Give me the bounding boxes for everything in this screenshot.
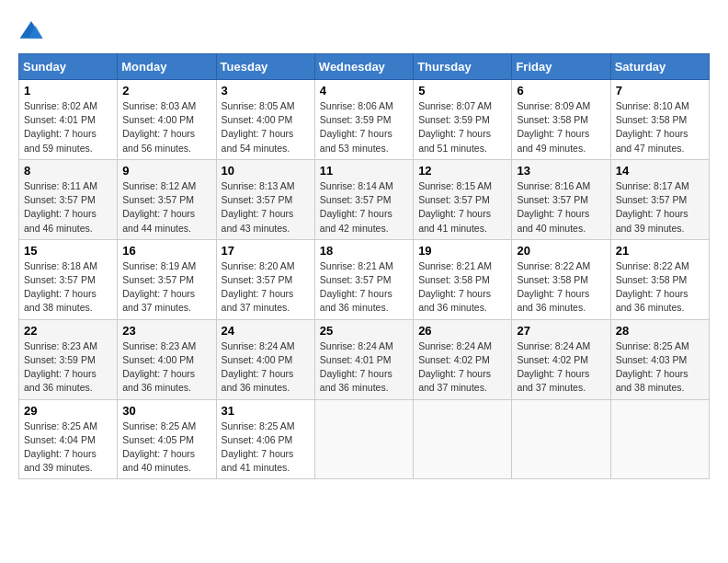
calendar-cell: 26 Sunrise: 8:24 AMSunset: 4:02 PMDaylig…	[414, 319, 512, 399]
calendar-cell: 31 Sunrise: 8:25 AMSunset: 4:06 PMDaylig…	[216, 399, 314, 479]
day-header: Saturday	[610, 54, 709, 80]
day-info: Sunrise: 8:10 AMSunset: 3:58 PMDaylight:…	[616, 100, 689, 154]
day-info: Sunrise: 8:19 AMSunset: 3:57 PMDaylight:…	[122, 260, 196, 314]
calendar-cell: 25 Sunrise: 8:24 AMSunset: 4:01 PMDaylig…	[314, 319, 413, 399]
day-number: 8	[24, 164, 112, 178]
day-info: Sunrise: 8:16 AMSunset: 3:57 PMDaylight:…	[517, 180, 590, 234]
day-number: 11	[320, 164, 408, 178]
day-info: Sunrise: 8:21 AMSunset: 3:58 PMDaylight:…	[418, 260, 492, 314]
calendar-cell: 14 Sunrise: 8:17 AMSunset: 3:57 PMDaylig…	[610, 159, 709, 239]
day-number: 5	[418, 84, 506, 98]
day-info: Sunrise: 8:07 AMSunset: 3:59 PMDaylight:…	[418, 100, 492, 154]
calendar-cell: 5 Sunrise: 8:07 AMSunset: 3:59 PMDayligh…	[414, 80, 512, 160]
day-number: 28	[616, 324, 704, 338]
day-number: 10	[222, 164, 310, 178]
calendar-cell: 23 Sunrise: 8:23 AMSunset: 4:00 PMDaylig…	[118, 319, 216, 399]
day-number: 17	[222, 244, 310, 258]
calendar-cell: 1 Sunrise: 8:02 AMSunset: 4:01 PMDayligh…	[19, 80, 118, 160]
day-info: Sunrise: 8:23 AMSunset: 4:00 PMDaylight:…	[122, 340, 196, 394]
day-info: Sunrise: 8:06 AMSunset: 3:59 PMDaylight:…	[320, 100, 393, 154]
calendar-cell: 21 Sunrise: 8:22 AMSunset: 3:58 PMDaylig…	[610, 239, 709, 319]
day-info: Sunrise: 8:25 AMSunset: 4:05 PMDaylight:…	[122, 420, 196, 474]
day-info: Sunrise: 8:20 AMSunset: 3:57 PMDaylight:…	[222, 260, 295, 314]
day-header: Tuesday	[216, 54, 314, 80]
day-info: Sunrise: 8:05 AMSunset: 4:00 PMDaylight:…	[222, 100, 295, 154]
calendar-cell: 24 Sunrise: 8:24 AMSunset: 4:00 PMDaylig…	[216, 319, 314, 399]
day-info: Sunrise: 8:24 AMSunset: 4:02 PMDaylight:…	[517, 340, 590, 394]
day-number: 26	[418, 324, 506, 338]
day-info: Sunrise: 8:12 AMSunset: 3:57 PMDaylight:…	[122, 180, 196, 234]
day-number: 18	[320, 244, 408, 258]
day-info: Sunrise: 8:15 AMSunset: 3:57 PMDaylight:…	[418, 180, 492, 234]
day-info: Sunrise: 8:22 AMSunset: 3:58 PMDaylight:…	[616, 260, 689, 314]
logo-icon	[18, 18, 44, 44]
day-number: 7	[616, 84, 704, 98]
calendar-cell: 9 Sunrise: 8:12 AMSunset: 3:57 PMDayligh…	[118, 159, 216, 239]
calendar-cell: 22 Sunrise: 8:23 AMSunset: 3:59 PMDaylig…	[19, 319, 118, 399]
calendar-cell: 13 Sunrise: 8:16 AMSunset: 3:57 PMDaylig…	[512, 159, 610, 239]
calendar-cell: 19 Sunrise: 8:21 AMSunset: 3:58 PMDaylig…	[414, 239, 512, 319]
day-number: 25	[320, 324, 408, 338]
day-info: Sunrise: 8:21 AMSunset: 3:57 PMDaylight:…	[320, 260, 393, 314]
calendar-cell: 15 Sunrise: 8:18 AMSunset: 3:57 PMDaylig…	[19, 239, 118, 319]
day-number: 30	[122, 404, 210, 418]
day-number: 15	[24, 244, 112, 258]
day-number: 21	[616, 244, 704, 258]
day-info: Sunrise: 8:13 AMSunset: 3:57 PMDaylight:…	[222, 180, 295, 234]
day-info: Sunrise: 8:17 AMSunset: 3:57 PMDaylight:…	[616, 180, 689, 234]
calendar-cell: 8 Sunrise: 8:11 AMSunset: 3:57 PMDayligh…	[19, 159, 118, 239]
day-number: 12	[418, 164, 506, 178]
calendar-cell	[512, 399, 610, 479]
day-info: Sunrise: 8:09 AMSunset: 3:58 PMDaylight:…	[517, 100, 590, 154]
day-header: Monday	[118, 54, 216, 80]
day-number: 2	[122, 84, 210, 98]
calendar-cell: 6 Sunrise: 8:09 AMSunset: 3:58 PMDayligh…	[512, 80, 610, 160]
day-number: 31	[222, 404, 310, 418]
day-header: Thursday	[414, 54, 512, 80]
calendar-cell	[314, 399, 413, 479]
calendar-cell	[610, 399, 709, 479]
day-info: Sunrise: 8:25 AMSunset: 4:04 PMDaylight:…	[24, 420, 97, 474]
day-number: 23	[122, 324, 210, 338]
day-number: 13	[517, 164, 605, 178]
calendar-cell: 4 Sunrise: 8:06 AMSunset: 3:59 PMDayligh…	[314, 80, 413, 160]
day-number: 6	[517, 84, 605, 98]
day-number: 27	[517, 324, 605, 338]
day-info: Sunrise: 8:25 AMSunset: 4:06 PMDaylight:…	[222, 420, 295, 474]
calendar-cell	[414, 399, 512, 479]
day-header: Friday	[512, 54, 610, 80]
day-number: 9	[122, 164, 210, 178]
day-number: 20	[517, 244, 605, 258]
day-number: 14	[616, 164, 704, 178]
calendar-cell: 7 Sunrise: 8:10 AMSunset: 3:58 PMDayligh…	[610, 80, 709, 160]
day-number: 22	[24, 324, 112, 338]
calendar-cell: 3 Sunrise: 8:05 AMSunset: 4:00 PMDayligh…	[216, 80, 314, 160]
day-number: 29	[24, 404, 112, 418]
day-number: 1	[24, 84, 112, 98]
calendar-cell: 2 Sunrise: 8:03 AMSunset: 4:00 PMDayligh…	[118, 80, 216, 160]
day-number: 24	[222, 324, 310, 338]
logo	[18, 18, 48, 44]
day-header: Sunday	[19, 54, 118, 80]
calendar-cell: 27 Sunrise: 8:24 AMSunset: 4:02 PMDaylig…	[512, 319, 610, 399]
calendar-cell: 17 Sunrise: 8:20 AMSunset: 3:57 PMDaylig…	[216, 239, 314, 319]
day-info: Sunrise: 8:02 AMSunset: 4:01 PMDaylight:…	[24, 100, 97, 154]
day-info: Sunrise: 8:24 AMSunset: 4:01 PMDaylight:…	[320, 340, 393, 394]
day-info: Sunrise: 8:14 AMSunset: 3:57 PMDaylight:…	[320, 180, 393, 234]
calendar-cell: 10 Sunrise: 8:13 AMSunset: 3:57 PMDaylig…	[216, 159, 314, 239]
calendar-cell: 29 Sunrise: 8:25 AMSunset: 4:04 PMDaylig…	[19, 399, 118, 479]
day-number: 19	[418, 244, 506, 258]
day-info: Sunrise: 8:25 AMSunset: 4:03 PMDaylight:…	[616, 340, 689, 394]
day-info: Sunrise: 8:22 AMSunset: 3:58 PMDaylight:…	[517, 260, 590, 314]
day-header: Wednesday	[314, 54, 413, 80]
calendar-cell: 30 Sunrise: 8:25 AMSunset: 4:05 PMDaylig…	[118, 399, 216, 479]
calendar-table: SundayMondayTuesdayWednesdayThursdayFrid…	[18, 53, 710, 479]
day-info: Sunrise: 8:23 AMSunset: 3:59 PMDaylight:…	[24, 340, 97, 394]
day-info: Sunrise: 8:18 AMSunset: 3:57 PMDaylight:…	[24, 260, 97, 314]
day-info: Sunrise: 8:24 AMSunset: 4:02 PMDaylight:…	[418, 340, 492, 394]
day-info: Sunrise: 8:03 AMSunset: 4:00 PMDaylight:…	[122, 100, 196, 154]
calendar-cell: 11 Sunrise: 8:14 AMSunset: 3:57 PMDaylig…	[314, 159, 413, 239]
calendar-cell: 20 Sunrise: 8:22 AMSunset: 3:58 PMDaylig…	[512, 239, 610, 319]
calendar-cell: 12 Sunrise: 8:15 AMSunset: 3:57 PMDaylig…	[414, 159, 512, 239]
day-number: 4	[320, 84, 408, 98]
